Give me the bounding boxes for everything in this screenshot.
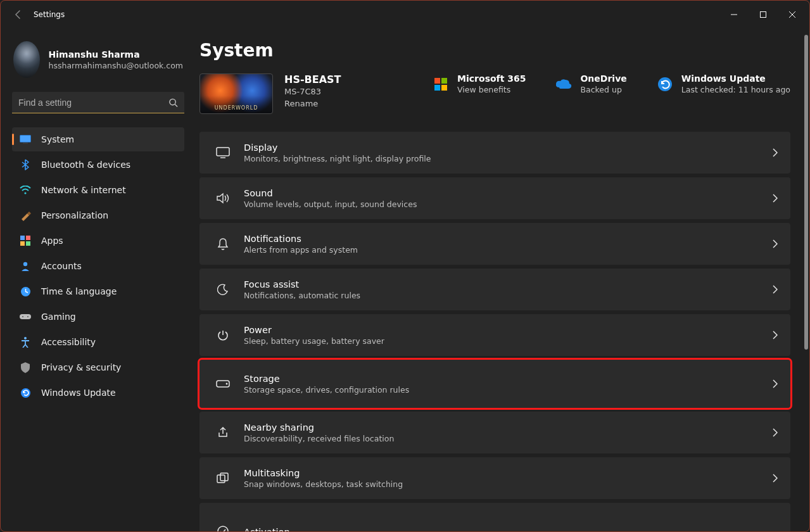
search-icon bbox=[168, 98, 178, 108]
brush-icon bbox=[20, 210, 31, 221]
update-icon bbox=[656, 75, 674, 93]
row-desc: Discoverability, received files location bbox=[244, 434, 394, 443]
sidebar-item-accessibility[interactable]: Accessibility bbox=[12, 330, 184, 354]
sidebar-item-system[interactable]: System bbox=[12, 127, 184, 151]
share-icon bbox=[212, 426, 234, 439]
row-desc: Notifications, automatic rules bbox=[244, 291, 360, 300]
rename-link[interactable]: Rename bbox=[284, 99, 341, 108]
row-multitasking[interactable]: Multitasking Snap windows, desktops, tas… bbox=[199, 457, 790, 499]
tile-onedrive[interactable]: OneDrive Backed up bbox=[555, 73, 626, 94]
minimize-button[interactable] bbox=[719, 4, 749, 25]
row-display[interactable]: Display Monitors, brightness, night ligh… bbox=[199, 132, 790, 174]
sidebar-item-windows-update[interactable]: Windows Update bbox=[12, 381, 184, 405]
svg-rect-8 bbox=[26, 241, 30, 246]
multitask-icon bbox=[212, 472, 234, 484]
row-storage[interactable]: Storage Storage space, drives, configura… bbox=[199, 360, 790, 408]
svg-rect-19 bbox=[441, 85, 447, 91]
svg-rect-25 bbox=[220, 473, 228, 481]
page-title: System bbox=[199, 40, 790, 61]
scrollbar[interactable] bbox=[804, 35, 808, 526]
sidebar-item-gaming[interactable]: Gaming bbox=[12, 305, 184, 329]
sidebar-item-privacy[interactable]: Privacy & security bbox=[12, 355, 184, 379]
sidebar-item-label: Privacy & security bbox=[41, 362, 121, 372]
svg-rect-18 bbox=[434, 85, 440, 91]
bell-icon bbox=[212, 238, 234, 250]
row-desc: Monitors, brightness, night light, displ… bbox=[244, 154, 431, 163]
row-desc: Snap windows, desktops, task switching bbox=[244, 479, 403, 489]
sound-icon bbox=[212, 193, 234, 204]
row-title: Storage bbox=[244, 374, 409, 384]
tile-m365[interactable]: Microsoft 365 View benefits bbox=[432, 73, 526, 94]
profile-name: Himanshu Sharma bbox=[49, 49, 183, 60]
svg-rect-16 bbox=[434, 78, 440, 84]
svg-rect-7 bbox=[20, 241, 25, 246]
row-focus-assist[interactable]: Focus assist Notifications, automatic ru… bbox=[199, 269, 790, 310]
system-header: HS-BEAST MS-7C83 Rename Microsoft 365 Vi… bbox=[199, 73, 790, 114]
device-thumbnail[interactable] bbox=[199, 73, 273, 114]
sidebar: Himanshu Sharma hssharmahimanshu@outlook… bbox=[1, 28, 196, 532]
chevron-right-icon bbox=[773, 379, 778, 388]
svg-rect-21 bbox=[217, 148, 229, 156]
wifi-icon bbox=[20, 184, 31, 196]
activation-icon bbox=[212, 526, 234, 532]
person-icon bbox=[20, 260, 31, 272]
sidebar-item-personalization[interactable]: Personalization bbox=[12, 203, 184, 227]
sidebar-item-label: Bluetooth & devices bbox=[41, 160, 130, 170]
svg-rect-6 bbox=[26, 236, 30, 240]
back-button[interactable] bbox=[6, 2, 31, 27]
close-button[interactable] bbox=[778, 4, 807, 25]
profile-block[interactable]: Himanshu Sharma hssharmahimanshu@outlook… bbox=[12, 37, 184, 87]
sidebar-item-label: Network & internet bbox=[41, 185, 126, 195]
svg-rect-24 bbox=[217, 475, 225, 483]
tile-title: Windows Update bbox=[681, 73, 790, 84]
sidebar-item-bluetooth[interactable]: Bluetooth & devices bbox=[12, 153, 184, 177]
row-title: Focus assist bbox=[244, 279, 360, 289]
profile-email: hssharmahimanshu@outlook.com bbox=[49, 61, 183, 70]
tile-windows-update[interactable]: Windows Update Last checked: 11 hours ag… bbox=[656, 73, 790, 94]
device-name: HS-BEAST bbox=[284, 73, 341, 86]
tile-title: Microsoft 365 bbox=[457, 73, 526, 84]
shield-icon bbox=[20, 362, 31, 373]
accessibility-icon bbox=[20, 336, 31, 348]
sidebar-item-network[interactable]: Network & internet bbox=[12, 178, 184, 202]
sidebar-item-label: Gaming bbox=[41, 312, 76, 322]
sidebar-item-label: Windows Update bbox=[41, 388, 116, 398]
row-title: Sound bbox=[244, 188, 417, 198]
moon-icon bbox=[212, 284, 234, 295]
row-title: Display bbox=[244, 142, 431, 153]
svg-point-1 bbox=[170, 99, 175, 104]
chevron-right-icon bbox=[773, 285, 778, 294]
storage-icon bbox=[212, 380, 234, 388]
row-nearby-sharing[interactable]: Nearby sharing Discoverability, received… bbox=[199, 412, 790, 453]
sidebar-item-time-language[interactable]: Time & language bbox=[12, 279, 184, 303]
sidebar-item-accounts[interactable]: Accounts bbox=[12, 254, 184, 278]
device-model: MS-7C83 bbox=[284, 87, 341, 96]
svg-point-4 bbox=[24, 192, 26, 194]
svg-point-9 bbox=[23, 262, 27, 266]
chevron-right-icon bbox=[773, 331, 778, 339]
scrollbar-thumb[interactable] bbox=[804, 35, 808, 350]
tile-subtitle: Last checked: 11 hours ago bbox=[681, 85, 790, 94]
window-title: Settings bbox=[34, 10, 65, 19]
onedrive-icon bbox=[555, 75, 573, 93]
m365-icon bbox=[432, 75, 450, 93]
sidebar-item-label: Time & language bbox=[41, 286, 117, 296]
row-power[interactable]: Power Sleep, battery usage, battery save… bbox=[199, 314, 790, 356]
avatar bbox=[13, 41, 40, 78]
svg-rect-11 bbox=[20, 314, 31, 319]
svg-rect-5 bbox=[20, 236, 25, 240]
maximize-button[interactable] bbox=[749, 4, 778, 25]
chevron-right-icon bbox=[773, 428, 778, 437]
row-title: Notifications bbox=[244, 234, 358, 244]
row-activation[interactable]: Activation bbox=[199, 503, 790, 532]
row-desc: Alerts from apps and system bbox=[244, 245, 358, 255]
sidebar-nav: System Bluetooth & devices Network & int… bbox=[12, 127, 184, 405]
row-sound[interactable]: Sound Volume levels, output, input, soun… bbox=[199, 177, 790, 219]
svg-point-26 bbox=[218, 526, 228, 532]
search-input[interactable] bbox=[12, 92, 184, 113]
row-title: Nearby sharing bbox=[244, 422, 394, 433]
row-notifications[interactable]: Notifications Alerts from apps and syste… bbox=[199, 223, 790, 265]
sidebar-item-apps[interactable]: Apps bbox=[12, 229, 184, 253]
chevron-right-icon bbox=[773, 148, 778, 157]
main-panel: System HS-BEAST MS-7C83 Rename Microsoft… bbox=[196, 28, 809, 532]
